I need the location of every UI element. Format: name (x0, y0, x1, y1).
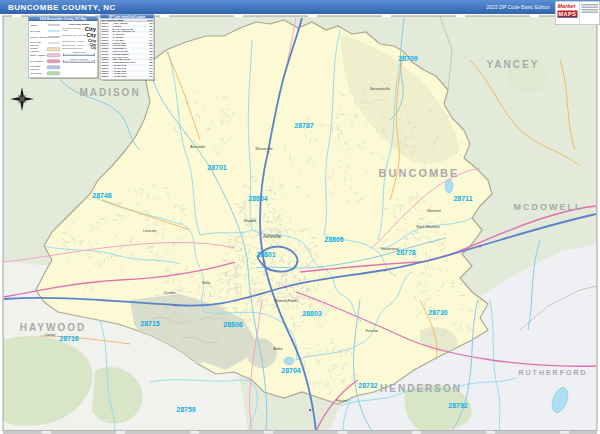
zip-code-label: 28716 (59, 335, 79, 342)
scale-miles: Scale in Miles (62, 51, 96, 56)
county-name-label: YANCEY (487, 59, 540, 70)
logo-line2: MAPS (558, 11, 578, 18)
zip-code-label: 28709 (398, 55, 418, 62)
legend-city-class-label: Cities 50,000 - 99,999 (62, 39, 84, 42)
grid-cell: C3 (147, 75, 153, 78)
legend-item-label: US Highway (30, 60, 47, 63)
city-name-label: Candler (164, 291, 177, 295)
city-name-label: Biltmore Forest (275, 299, 298, 303)
zip-code-label: 28804 (248, 195, 268, 202)
legend-city-class-label: Cities 10,000 - 49,999 (62, 44, 84, 47)
exit-marker (309, 409, 311, 411)
zip-code-label: 28730 (428, 309, 448, 316)
city-name-label: Woodfin (244, 219, 256, 223)
city-name-label: Alexander (190, 145, 206, 149)
logo-wordmark: Market MAPS (556, 2, 580, 25)
city-name-label: Barnardsville (370, 87, 390, 91)
legend-item-swatch (48, 25, 60, 26)
legend-city-class-label: Cities 250,000 and Above (62, 27, 85, 32)
zip-index-table: ZIP Code Index/Grid Locator ZIP Code ZIP… (100, 14, 154, 80)
legend-item-swatch (47, 59, 60, 63)
title-bar: BUNCOMBE COUNTY, NC 2023 ZIP Code Basic … (0, 0, 600, 14)
legend-item-label: County Highway (30, 46, 47, 52)
legend-city-class: Cities Below 10,000City (62, 47, 96, 50)
zip-code-label: 28711 (453, 195, 472, 202)
logo-detail-panel (580, 2, 600, 25)
legend-item-label: Interstate Highway (30, 64, 47, 70)
city-name-label: Canton (45, 333, 56, 337)
zip-code-label: 28803 (302, 310, 322, 317)
legend-city-classes: Cities 250,000 and AboveCityCities 100,0… (62, 26, 96, 50)
legend-city-class-label: Cities 100,000 - 249,999 (62, 34, 87, 37)
city-name-label: Asheville (263, 234, 282, 239)
legend-city-sample: City (85, 26, 96, 33)
zip-code-label: 28778 (396, 249, 416, 256)
city-name-label: Weaverville (255, 147, 273, 151)
legend-item-label: Primary Streets (30, 36, 48, 39)
scale-kilometers: Scale in Kilometers (62, 58, 96, 63)
county-name-label: MCDOWELL (514, 202, 583, 212)
zip-code-label: 28715 (140, 320, 160, 327)
zip-index-row: 28806ASHEVILLEC3 (101, 75, 154, 78)
zip-code-label: 28787 (294, 122, 314, 129)
legend-item-label: County (30, 24, 48, 27)
exit-marker (174, 304, 176, 306)
legend-item-label: State Highway (30, 54, 47, 57)
zip-code-label: 28792 (448, 402, 468, 409)
legend-item-swatch (47, 53, 60, 57)
lake-julian (284, 357, 294, 365)
zip-code-label: 28732 (358, 382, 378, 389)
scale-miles-bar (63, 54, 95, 57)
legend-city-class-label: Cities Below 10,000 (62, 47, 82, 50)
county-name-label: HENDERSON (380, 383, 462, 394)
legend-item: Toll Roads (30, 70, 60, 76)
zip-code-label: 28805 (324, 236, 344, 243)
legend-item-swatch (47, 71, 60, 75)
legend-city-sample: City (91, 47, 96, 50)
zip-code-label: 28801 (256, 251, 276, 258)
legend-item-label: ZIP Code (30, 30, 48, 33)
zip-index-rows: 28701ALEXANDERC228704ARDENC528709BARNARD… (101, 22, 154, 78)
zip-name-cell: ASHEVILLE (113, 75, 147, 78)
exit-marker (384, 269, 386, 271)
exit-marker (284, 286, 286, 288)
zip-code-label: 28704 (281, 367, 301, 374)
legend-symbol-list: CountyZIP CodePrimary StreetsSecondary S… (30, 22, 60, 77)
exit-marker (479, 245, 481, 247)
zip-code-label: 28759 (176, 406, 196, 413)
zip-code-label: 28748 (92, 192, 112, 199)
city-name-label: Fletcher (336, 399, 349, 403)
map-page: AshevilleWoodfinWeavervilleLeicesterAlex… (0, 0, 600, 434)
page-title: BUNCOMBE COUNTY, NC (0, 3, 486, 12)
zip-code-cell: 28806 (102, 75, 113, 78)
scale-km-bar (63, 60, 95, 63)
city-name-label: Fairview (366, 329, 379, 333)
bottom-ruler-strip (3, 431, 597, 434)
legend-item-swatch (48, 37, 60, 38)
city-name-label: Arden (273, 347, 282, 351)
legend-item-swatch (47, 65, 60, 69)
publisher-logo: Market MAPS (555, 1, 600, 25)
county-name-label: RUTHERFORD (519, 369, 588, 376)
exit-marker (263, 261, 265, 263)
legend-item-swatch (48, 43, 60, 44)
city-name-label: Enka (202, 281, 210, 285)
county-name-label: HAYWOOD (20, 322, 86, 333)
city-name-label: Montreat (427, 209, 440, 213)
city-name-label: Leicester (143, 229, 158, 233)
legend-item-swatch (47, 47, 60, 51)
legend-item-swatch (48, 31, 60, 32)
legend-item-label: Toll Roads (30, 72, 47, 75)
logo-line1: Market (558, 3, 579, 9)
legend-city-class: Cities 250,000 and AboveCity (62, 26, 96, 33)
zip-code-label: 28701 (207, 164, 227, 171)
exit-marker (291, 339, 293, 341)
zip-code-label: 28806 (223, 321, 243, 328)
map-legend: 2023 Buncombe County, NC Map CountyZIP C… (28, 16, 98, 78)
county-name-label: MADISON (79, 87, 140, 98)
exit-marker (267, 151, 269, 153)
city-name-label: Black Mountain (416, 225, 439, 229)
county-name-label: BUNCOMBE (379, 167, 460, 179)
